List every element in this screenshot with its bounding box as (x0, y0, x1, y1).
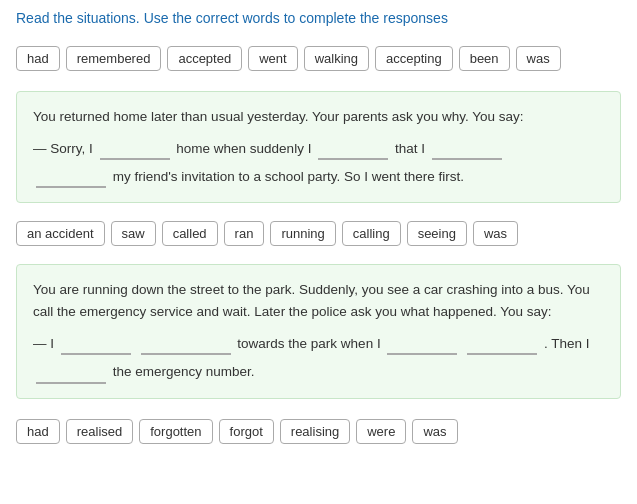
chip-had[interactable]: had (16, 46, 60, 71)
chip-saw[interactable]: saw (111, 221, 156, 246)
s2-blank4[interactable] (467, 333, 537, 355)
chip-been[interactable]: been (459, 46, 510, 71)
s1-blank3[interactable] (432, 138, 502, 160)
chip-realising[interactable]: realising (280, 419, 350, 444)
s2-blank1[interactable] (61, 333, 131, 355)
situation-box-1: You returned home later than usual yeste… (16, 91, 621, 203)
chip-seeing[interactable]: seeing (407, 221, 467, 246)
chip-an-accident[interactable]: an accident (16, 221, 105, 246)
chip-forgot[interactable]: forgot (219, 419, 274, 444)
s2-blank2[interactable] (141, 333, 231, 355)
chip-ran[interactable]: ran (224, 221, 265, 246)
instruction-text: Read the situations. Use the correct wor… (0, 0, 637, 36)
s1-line1-mid2: that I (395, 141, 425, 156)
s1-line1-prefix: — Sorry, I (33, 141, 93, 156)
chip-running[interactable]: running (270, 221, 335, 246)
s2-line1-suffix: . Then I (544, 336, 590, 351)
word-bank-1: had remembered accepted went walking acc… (0, 36, 637, 81)
s2-line1-mid1: towards the park when I (237, 336, 380, 351)
s2-blank3[interactable] (387, 333, 457, 355)
s1-blank4[interactable] (36, 166, 106, 188)
word-bank-2: an accident saw called ran running calli… (0, 213, 637, 254)
chip-accepting[interactable]: accepting (375, 46, 453, 71)
s1-line2-suffix: my friend's invitation to a school party… (113, 169, 464, 184)
s1-line1-mid1: home when suddenly I (176, 141, 311, 156)
chip-walking[interactable]: walking (304, 46, 369, 71)
chip-was2[interactable]: was (473, 221, 518, 246)
chip-was3[interactable]: was (412, 419, 457, 444)
s2-blank5[interactable] (36, 362, 106, 384)
chip-realised[interactable]: realised (66, 419, 134, 444)
s2-line1-prefix: — I (33, 336, 54, 351)
chip-forgotten[interactable]: forgotten (139, 419, 212, 444)
chip-went[interactable]: went (248, 46, 297, 71)
situation-box-2: You are running down the street to the p… (16, 264, 621, 398)
chip-had3[interactable]: had (16, 419, 60, 444)
s1-blank1[interactable] (100, 138, 170, 160)
s1-blank2[interactable] (318, 138, 388, 160)
situation-2-prompt: You are running down the street to the p… (33, 279, 604, 322)
s2-line2-suffix: the emergency number. (113, 364, 255, 379)
chip-accepted[interactable]: accepted (167, 46, 242, 71)
chip-were[interactable]: were (356, 419, 406, 444)
chip-was[interactable]: was (516, 46, 561, 71)
word-bank-3: had realised forgotten forgot realising … (0, 409, 637, 454)
chip-remembered[interactable]: remembered (66, 46, 162, 71)
chip-called[interactable]: called (162, 221, 218, 246)
chip-calling[interactable]: calling (342, 221, 401, 246)
situation-1-prompt: You returned home later than usual yeste… (33, 106, 604, 128)
